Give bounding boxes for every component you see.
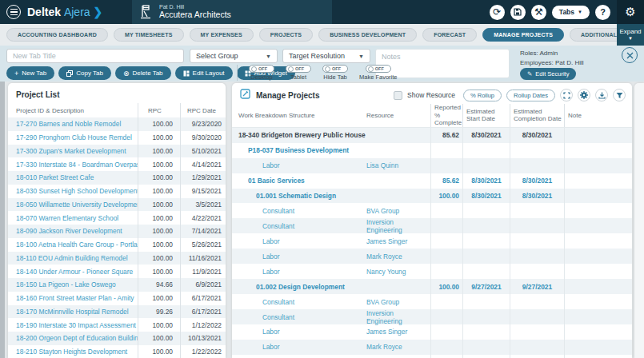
- wbs-item[interactable]: P18-037 Business Development: [232, 146, 366, 154]
- tab-my-expenses[interactable]: MY EXPENSES: [190, 28, 254, 42]
- project-link[interactable]: 17-300 Zupan's Market Development: [8, 147, 138, 155]
- wbs-item[interactable]: Labor: [232, 328, 366, 336]
- tab-my-timesheets[interactable]: MY TIMESHEETS: [114, 28, 184, 42]
- wbs-resource[interactable]: Nancy Young: [366, 268, 430, 276]
- project-link[interactable]: 18-110 EOU Admin Building Remodel: [8, 254, 138, 262]
- wbs-resource[interactable]: James Singer: [366, 237, 430, 245]
- wbs-item[interactable]: Labor: [232, 343, 366, 351]
- wbs-resource[interactable]: James Singer: [366, 328, 430, 336]
- toggle-switch-desktop[interactable]: OFF: [249, 65, 274, 73]
- grid-settings-gear-icon[interactable]: [578, 89, 590, 101]
- toggle-state: OFF: [258, 66, 267, 71]
- tab-forecast[interactable]: FORECAST: [422, 28, 477, 42]
- project-link[interactable]: 17-330 Interstate 84 - Boardman Overpass: [8, 161, 138, 169]
- close-icon[interactable]: [622, 47, 638, 63]
- project-rpc-date: 4/22/2021: [180, 211, 226, 225]
- tabs-dropdown-button[interactable]: Tabs ▼: [552, 6, 590, 19]
- wbs-item[interactable]: 01.001 Schematic Design: [232, 192, 366, 200]
- project-link[interactable]: 18-050 Willamette University Development: [8, 201, 138, 209]
- project-link[interactable]: 18-030 Sunset High School Development: [8, 187, 138, 195]
- edit-layout-button[interactable]: Edit Layout: [175, 66, 233, 80]
- wbs-item[interactable]: Labor: [232, 161, 366, 169]
- toggle-knob: [251, 66, 257, 72]
- manage-projects-title: Manage Projects: [256, 91, 319, 100]
- project-link[interactable]: 18-100 Aetna Health Care Group - Portlan…: [8, 241, 138, 249]
- wbs-item[interactable]: Consultant: [232, 207, 366, 215]
- project-link[interactable]: 18-210 Stayton Heights Development: [8, 348, 138, 356]
- wbs-item[interactable]: Labor: [232, 268, 366, 276]
- toggle-state: OFF: [375, 66, 384, 71]
- wbs-row: LaborJames Singer: [232, 233, 632, 249]
- delete-tab-button[interactable]: ⊗Delete Tab: [115, 66, 171, 80]
- wbs-completion-date[interactable]: 8/30/2021: [510, 189, 564, 204]
- project-link[interactable]: 18-150 La Pigeon - Lake Oswego: [8, 280, 138, 288]
- toggle-switch-hide-tab[interactable]: OFF: [322, 65, 348, 73]
- project-link[interactable]: 17-290 Pronghorn Club House Remdel: [8, 133, 138, 141]
- wbs-grid-rows: 18-340 Bridgeton Brewery Public House85.…: [232, 128, 632, 358]
- wbs-resource[interactable]: Mark Royce: [366, 253, 430, 261]
- hamburger-menu-icon[interactable]: [6, 5, 21, 19]
- download-icon[interactable]: [595, 89, 608, 101]
- help-icon[interactable]: ?: [595, 5, 610, 20]
- wbs-resource[interactable]: Inversion Engineering: [366, 218, 430, 234]
- project-rpc: 100.00: [138, 345, 180, 358]
- edit-security-button[interactable]: ✎ Edit Security: [520, 68, 576, 80]
- copy-tab-button[interactable]: Copy Tab: [58, 66, 111, 80]
- project-link[interactable]: 18-190 Interstate 30 Impact Assessment: [8, 321, 138, 329]
- edit-icon[interactable]: [240, 88, 250, 102]
- project-link[interactable]: 18-160 Front Street Master Plan - Amity: [8, 294, 138, 302]
- wbs-reported-percent[interactable]: 100.00: [430, 189, 462, 204]
- project-rpc-date: 1/22/2022: [180, 345, 226, 358]
- save-icon[interactable]: [510, 5, 526, 20]
- wbs-resource[interactable]: BVA Group: [366, 298, 430, 306]
- wbs-resource[interactable]: Lisa Quinn: [366, 161, 430, 169]
- rollup-dates-button[interactable]: Rollup Dates: [506, 90, 555, 101]
- settings-gear-icon[interactable]: ⚙: [617, 0, 644, 24]
- select-group-dropdown[interactable]: Select Group ▼: [190, 49, 278, 63]
- wbs-start-date[interactable]: 9/27/2021: [462, 279, 510, 294]
- wbs-note: [564, 355, 632, 358]
- project-link[interactable]: 18-090 Jackson River Development: [8, 227, 138, 235]
- percent-rollup-button[interactable]: % Rollup: [463, 90, 502, 101]
- tools-icon[interactable]: ⚒: [531, 5, 546, 20]
- wbs-start-date[interactable]: 8/30/2021: [462, 173, 510, 189]
- project-link[interactable]: 18-070 Warren Elementary School: [8, 214, 138, 222]
- show-resource-checkbox[interactable]: [394, 91, 402, 100]
- wbs-resource[interactable]: Mark Royce: [366, 343, 430, 351]
- project-link[interactable]: 18-170 McMinnville Hospital Remodel: [8, 308, 138, 316]
- toggle-switch-tablet[interactable]: OFF: [286, 65, 311, 73]
- refresh-icon[interactable]: ⟳: [490, 5, 505, 20]
- wbs-start-date[interactable]: 8/30/2021: [462, 189, 510, 204]
- expand-button[interactable]: Expand ▼: [617, 24, 644, 46]
- project-link[interactable]: 17-270 Barnes and Noble Remodel: [8, 120, 138, 128]
- fullscreen-icon[interactable]: [560, 89, 573, 101]
- wbs-reported-percent: [430, 158, 462, 173]
- tab-business-development[interactable]: BUSINESS DEVELOPMENT: [318, 28, 417, 42]
- wbs-item[interactable]: 01 Basic Services: [232, 177, 366, 185]
- wbs-reported-percent[interactable]: 85.62: [430, 173, 462, 189]
- wbs-reported-percent[interactable]: 100.00: [430, 279, 462, 294]
- wbs-item[interactable]: Consultant: [232, 222, 366, 230]
- wbs-item[interactable]: Labor: [232, 253, 366, 261]
- tab-accounting-dashboard[interactable]: ACCOUNTING DASHBOARD: [6, 28, 108, 42]
- tab-projects[interactable]: PROJECTS: [259, 28, 313, 42]
- project-link[interactable]: 18-010 Parket Street Cafe: [8, 173, 138, 181]
- wbs-completion-date[interactable]: 9/27/2021: [510, 279, 564, 294]
- new-tab-title-input[interactable]: [6, 49, 184, 63]
- wbs-resource[interactable]: BVA Group: [366, 207, 430, 215]
- target-resolution-dropdown[interactable]: Target Resolution ▼: [282, 49, 370, 63]
- wbs-item[interactable]: 01.002 Design Development: [232, 283, 366, 291]
- new-tab-button[interactable]: +New Tab: [6, 66, 54, 80]
- project-link[interactable]: 18-200 Orgeon Dept of Education Building: [8, 334, 138, 342]
- wbs-item[interactable]: Consultant: [232, 313, 366, 321]
- collapsed-panel-edge[interactable]: [634, 83, 644, 358]
- wbs-item[interactable]: Consultant: [232, 298, 366, 306]
- left-scrollbar[interactable]: [0, 82, 5, 358]
- tab-manage-projects[interactable]: MANAGE PROJECTS: [482, 28, 564, 42]
- filter-icon[interactable]: [613, 89, 626, 101]
- wbs-completion-date[interactable]: 8/30/2021: [510, 173, 564, 189]
- project-link[interactable]: 18-140 Under Armour - Pioneer Square: [8, 268, 138, 276]
- wbs-item[interactable]: Labor: [232, 237, 366, 245]
- toggle-switch-make-favorite[interactable]: OFF: [366, 65, 391, 73]
- wbs-resource[interactable]: Inversion Engineering: [366, 309, 430, 325]
